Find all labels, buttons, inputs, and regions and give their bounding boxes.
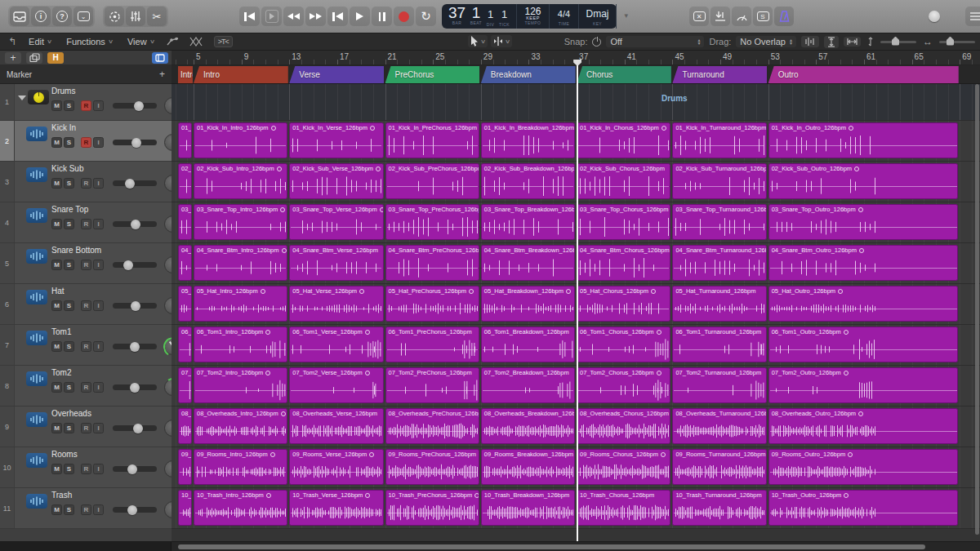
region-08_Overheads_Intro_126bpm[interactable]: 08_Overheads_Intro_126bpm: [194, 408, 287, 444]
region-09_Rooms_Chorus_126bpm[interactable]: 09_Rooms_Chorus_126bpm: [577, 449, 670, 485]
pause-button[interactable]: [372, 7, 392, 26]
waveform-zoom-thumb[interactable]: [892, 37, 899, 46]
region-09_Rooms_Turnaround_126bpm[interactable]: 09_Rooms_Turnaround_126bpm: [672, 449, 766, 485]
horizontal-zoom-slider[interactable]: [939, 41, 975, 43]
region-02_Kick_Sub_Outro_126bpm[interactable]: 02_Kick_Sub_Outro_126bpm: [768, 163, 959, 199]
region-03_Snare_Top_PreChorus_126bpm[interactable]: 03_Snare_Top_PreChorus_126bpm: [385, 204, 479, 240]
region-06_Tom1_Turnaround_126bpm[interactable]: 06_Tom1_Turnaround_126bpm: [672, 327, 766, 362]
region-01_Kick_In_Breakdown_126bpm[interactable]: 01_Kick_In_Breakdown_126bpm: [481, 122, 575, 158]
cut-tool-button[interactable]: ✂: [147, 7, 167, 26]
autopunch-button[interactable]: ✕: [689, 7, 709, 26]
horizontal-scrollbar[interactable]: [0, 541, 980, 551]
region-04_Snare_Btm_Verse_126bpm[interactable]: 04_Snare_Btm_Verse_126bpm: [289, 245, 383, 281]
region-05_Hat_Intro_126bpm[interactable]: 05_Hat_Intro_126bpm: [194, 286, 287, 322]
input-monitor-button[interactable]: I: [93, 137, 104, 148]
track-header-tom1[interactable]: 7Tom1MSRI: [0, 325, 172, 366]
waveform-zoom-slider[interactable]: [880, 41, 916, 43]
left-click-tool-menu[interactable]: ∨: [468, 35, 488, 47]
volume-thumb[interactable]: [134, 101, 144, 111]
record-enable-button[interactable]: R: [81, 137, 91, 148]
mute-button[interactable]: M: [51, 504, 62, 515]
duplicate-track-button[interactable]: [26, 52, 42, 64]
automation-icon[interactable]: [167, 37, 180, 47]
command-click-tool-menu[interactable]: ∨: [491, 35, 512, 47]
volume-thumb[interactable]: [127, 464, 137, 474]
record-enable-button[interactable]: R: [81, 464, 91, 474]
vertical-auto-zoom-button[interactable]: [824, 36, 839, 48]
input-monitor-button[interactable]: I: [93, 300, 104, 311]
mute-button[interactable]: M: [51, 341, 62, 352]
track-lane-hat[interactable]: 05_Hat_Intro_126bpm05_Hat_Intro_126bpm05…: [172, 284, 980, 325]
solo-button[interactable]: S: [64, 178, 74, 189]
region-sliver[interactable]: 10_Trash_Intro_126bpm: [178, 490, 192, 526]
track-header-rooms[interactable]: 10RoomsMSRI: [0, 447, 172, 488]
region-sliver[interactable]: 03_Snare_Top_Intro_126bpm: [178, 204, 192, 240]
volume-thumb[interactable]: [131, 301, 140, 311]
library-button[interactable]: [10, 7, 29, 26]
mute-button[interactable]: M: [51, 300, 62, 311]
track-header-hat[interactable]: 6HatMSRI: [0, 284, 172, 325]
solo-button[interactable]: S: [64, 137, 74, 148]
region-08_Overheads_Outro_126bpm[interactable]: 08_Overheads_Outro_126bpm: [768, 408, 959, 444]
region-03_Snare_Top_Intro_126bpm[interactable]: 03_Snare_Top_Intro_126bpm: [194, 204, 287, 240]
region-04_Snare_Btm_PreChorus_126bpm[interactable]: 04_Snare_Btm_PreChorus_126bpm: [385, 245, 479, 281]
region-02_Kick_Sub_Breakdown_126bpm[interactable]: 02_Kick_Sub_Breakdown_126bpm: [481, 163, 575, 199]
play-from-selection-button[interactable]: [261, 7, 282, 26]
volume-slider[interactable]: [113, 384, 157, 390]
track-header-kick-sub[interactable]: 3Kick SubMSRI: [0, 162, 172, 202]
menu-edit[interactable]: Edit∨: [29, 37, 51, 47]
menu-functions[interactable]: Functions∨: [66, 37, 113, 47]
track-lane-drums[interactable]: Drums: [172, 84, 980, 121]
solo-button[interactable]: S: [64, 382, 74, 393]
volume-slider[interactable]: [113, 140, 157, 145]
region-07_Tom2_Breakdown_126bpm[interactable]: 07_Tom2_Breakdown_126bpm: [481, 367, 575, 403]
master-volume-thumb[interactable]: [929, 11, 940, 22]
performance-meter-button[interactable]: [732, 7, 751, 26]
region-01_Kick_In_Turnaround_126bpm[interactable]: 01_Kick_In_Turnaround_126bpm: [672, 122, 766, 158]
region-03_Snare_Top_Chorus_126bpm[interactable]: 03_Snare_Top_Chorus_126bpm: [577, 204, 670, 240]
region-10_Trash_Outro_126bpm[interactable]: 10_Trash_Outro_126bpm: [768, 490, 959, 526]
record-enable-button[interactable]: R: [81, 341, 91, 352]
lcd-display[interactable]: 37BAR 1BEAT 1DIV 1TICK 126 KEEP TEMPO 4/…: [442, 4, 617, 29]
region-07_Tom2_Intro_126bpm[interactable]: 07_Tom2_Intro_126bpm: [194, 367, 287, 403]
solo-button[interactable]: S: [64, 219, 74, 229]
solo-button[interactable]: S: [64, 423, 74, 433]
region-09_Rooms_Verse_126bpm[interactable]: 09_Rooms_Verse_126bpm: [289, 449, 383, 485]
volume-thumb[interactable]: [127, 505, 137, 515]
region-04_Snare_Btm_Outro_126bpm[interactable]: 04_Snare_Btm_Outro_126bpm: [768, 245, 959, 281]
marker-breakdown[interactable]: Breakdown: [481, 66, 576, 83]
region-10_Trash_Turnaround_126bpm[interactable]: 10_Trash_Turnaround_126bpm: [672, 490, 766, 526]
volume-thumb[interactable]: [123, 260, 133, 270]
region-01_Kick_In_Intro_126bpm[interactable]: 01_Kick_In_Intro_126bpm: [194, 122, 287, 158]
list-editors-button[interactable]: [965, 7, 980, 26]
play-button[interactable]: [350, 7, 370, 26]
track-lane-rooms[interactable]: 09_Rooms_Intro_126bpm09_Rooms_Intro_126b…: [172, 447, 980, 488]
region-08_Overheads_Chorus_126bpm[interactable]: 08_Overheads_Chorus_126bpm: [577, 408, 670, 444]
region-06_Tom1_Intro_126bpm[interactable]: 06_Tom1_Intro_126bpm: [194, 327, 287, 362]
menu-view[interactable]: View∨: [127, 37, 154, 47]
toolbar-toggle-button[interactable]: ⌄: [74, 7, 93, 26]
region-05_Hat_PreChorus_126bpm[interactable]: 05_Hat_PreChorus_126bpm: [385, 286, 479, 322]
track-header-snare-top[interactable]: 4Snare TopMSRI: [0, 202, 172, 243]
volume-slider[interactable]: [113, 262, 157, 268]
volume-slider[interactable]: [113, 180, 157, 186]
region-09_Rooms_Outro_126bpm[interactable]: 09_Rooms_Outro_126bpm: [768, 449, 959, 485]
input-monitor-button[interactable]: I: [93, 219, 104, 229]
mute-button[interactable]: M: [51, 178, 62, 189]
region-sliver[interactable]: 05_Hat_Intro_126bpm: [178, 286, 192, 322]
region-06_Tom1_Outro_126bpm[interactable]: 06_Tom1_Outro_126bpm: [768, 327, 959, 362]
playhead[interactable]: [577, 60, 578, 541]
record-enable-button[interactable]: R: [81, 219, 91, 229]
region-02_Kick_Sub_Chorus_126bpm[interactable]: 02_Kick_Sub_Chorus_126bpm: [577, 163, 670, 199]
mute-button[interactable]: M: [51, 464, 62, 474]
marker-track-header[interactable]: Marker +: [0, 65, 172, 84]
region-10_Trash_Breakdown_126bpm[interactable]: 10_Trash_Breakdown_126bpm: [481, 490, 575, 526]
hide-tracks-button[interactable]: H: [47, 52, 64, 64]
region-sliver[interactable]: 08_Overheads_Intro_126bpm: [178, 408, 192, 444]
region-sliver[interactable]: 07_Tom2_Intro_126bpm: [178, 367, 192, 403]
volume-slider[interactable]: [113, 466, 157, 472]
region-sliver[interactable]: 06_Tom1_Intro_126bpm: [178, 327, 192, 362]
volume-slider[interactable]: [113, 425, 157, 431]
go-to-beginning-button[interactable]: [239, 7, 260, 26]
region-04_Snare_Btm_Intro_126bpm[interactable]: 04_Snare_Btm_Intro_126bpm: [194, 245, 287, 281]
